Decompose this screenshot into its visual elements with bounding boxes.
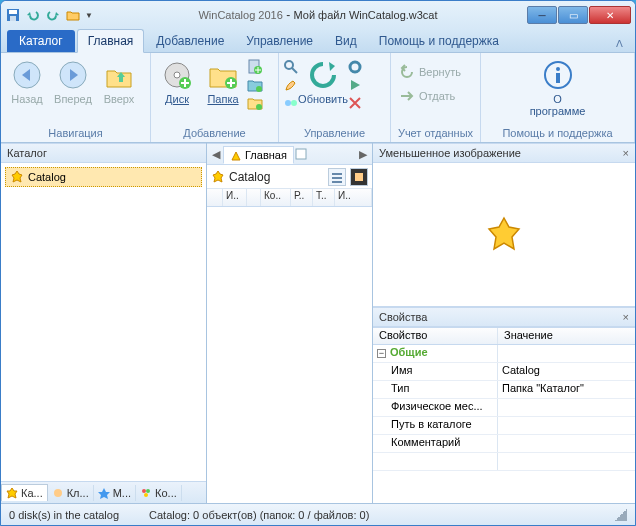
add-user-folder-icon[interactable] [247,95,263,111]
group-add: Диск Папка Добавление [151,53,279,142]
tab-scroll-left-icon[interactable]: ◀ [209,148,223,161]
right-panel: Уменьшенное изображение× Свойства× Свойс… [373,143,635,503]
up-button[interactable]: Вверх [97,57,141,107]
group-manage: Обновить Управление [279,53,391,142]
bottab-keys[interactable]: Кл... [48,485,94,501]
thumbnail-header: Уменьшенное изображение× [373,143,635,163]
add-disk-button[interactable]: Диск [155,57,199,107]
new-tab-icon[interactable] [294,146,310,162]
svg-rect-26 [332,173,342,175]
tab-catalog[interactable]: Каталог [7,30,75,52]
tab-main[interactable]: Главная [77,29,145,53]
propgrid-row[interactable]: ИмяCatalog [373,363,635,381]
propgrid-row[interactable]: Комментарий [373,435,635,453]
tab-view[interactable]: Вид [325,30,367,52]
back-button[interactable]: Назад [5,57,49,107]
return-button[interactable]: Вернуть [395,63,465,81]
tab-help[interactable]: Помощь и поддержка [369,30,509,52]
ribbon-tabstrip: Каталог Главная Добавление Управление Ви… [1,29,635,53]
give-button[interactable]: Отдать [395,87,465,105]
propgrid-col-property[interactable]: Свойство [373,328,498,344]
qat-dropdown-icon[interactable]: ▼ [85,11,93,20]
view-list-icon[interactable] [328,168,346,186]
svg-line-14 [292,68,297,73]
content-list[interactable] [207,207,372,503]
undo-icon[interactable] [25,7,41,23]
add-file-icon[interactable] [247,59,263,75]
svg-point-17 [350,62,360,72]
app-window: ▼ WinCatalog 2016 - Мой файл WinCatalog.… [0,0,636,526]
settings-gear-icon[interactable] [347,59,363,75]
close-button[interactable]: ✕ [589,6,631,24]
status-count: Catalog: 0 объект(ов) (папок: 0 / файлов… [149,509,369,521]
redo-icon[interactable] [45,7,61,23]
titlebar: ▼ WinCatalog 2016 - Мой файл WinCatalog.… [1,1,635,29]
tree-item-root[interactable]: Catalog [5,167,202,187]
tab-add[interactable]: Добавление [146,30,234,52]
save-icon[interactable] [5,7,21,23]
propgrid-row[interactable]: Физическое мес... [373,399,635,417]
main-area: Каталог Catalog Ка... Кл... М... Ко... ◀… [1,143,635,503]
refresh-button[interactable]: Обновить [301,57,345,107]
thumbnail-area [373,163,635,307]
svg-rect-2 [10,16,16,21]
ribbon-minimize-icon[interactable]: ᐱ [610,35,629,52]
close-props-icon[interactable]: × [623,311,629,323]
add-blue-folder-icon[interactable] [247,77,263,93]
ribbon: Назад Вперед Вверх Навигация Диск Папка … [1,53,635,143]
resize-grip-icon[interactable] [615,509,627,521]
svg-point-6 [174,72,180,78]
group-label-about: Помощь и поддержка [485,126,630,140]
bottab-catalog[interactable]: Ка... [1,484,48,501]
search-icon[interactable] [283,59,299,75]
catalog-tree[interactable]: Catalog [1,163,206,481]
svg-point-23 [146,489,150,493]
play-icon[interactable] [347,77,363,93]
catalog-star-icon [211,170,225,184]
propgrid-row[interactable]: ТипПапка "Каталог" [373,381,635,399]
maximize-button[interactable]: ▭ [558,6,588,24]
add-folder-button[interactable]: Папка [201,57,245,107]
forward-button[interactable]: Вперед [51,57,95,107]
svg-point-12 [256,104,262,110]
manage-stack-left [283,57,299,111]
tab-manage[interactable]: Управление [236,30,323,52]
tab-scroll-right-icon[interactable]: ▶ [356,148,370,161]
svg-point-21 [54,489,62,497]
view-thumb-icon[interactable] [350,168,368,186]
content-tabs: ◀ Главная ▶ [207,143,372,165]
manage-stack-right [347,57,363,111]
content-columns[interactable]: И.. Ко.. Р.. Т.. И.. [207,189,372,207]
collapse-icon[interactable]: − [377,349,386,358]
property-grid: Свойство Значение −Общие ИмяCatalog ТипП… [373,327,635,503]
svg-rect-25 [296,149,306,159]
brush-icon[interactable] [283,77,299,93]
delete-icon[interactable] [347,95,363,111]
open-icon[interactable] [65,7,81,23]
bottab-tags[interactable]: М... [94,485,136,501]
doc-name: Мой файл WinCatalog.w3cat [294,9,438,21]
svg-point-19 [556,67,560,71]
catalog-panel: Каталог Catalog Ка... Кл... М... Ко... [1,143,207,503]
group-about: О программе Помощь и поддержка [481,53,635,142]
minimize-button[interactable]: ─ [527,6,557,24]
catalog-star-icon [484,215,524,255]
content-path[interactable]: Catalog [229,170,324,184]
group-label-add: Добавление [155,126,274,140]
svg-point-22 [142,489,146,493]
svg-point-16 [291,100,297,106]
about-button[interactable]: О программе [518,57,598,119]
catalog-star-icon [10,170,24,184]
svg-point-24 [144,493,148,497]
close-thumb-icon[interactable]: × [623,147,629,159]
propgrid-row[interactable]: Путь в каталоге [373,417,635,435]
propgrid-group[interactable]: −Общие [373,345,635,363]
tree-item-label: Catalog [28,171,66,183]
group-loans: Вернуть Отдать Учет отданных [391,53,481,142]
content-tab-main[interactable]: Главная [223,146,294,164]
propgrid-col-value[interactable]: Значение [498,328,559,344]
merge-icon[interactable] [283,95,299,111]
svg-rect-28 [332,181,342,183]
bottab-contacts[interactable]: Ко... [136,485,182,501]
content-path-row: Catalog [207,165,372,189]
